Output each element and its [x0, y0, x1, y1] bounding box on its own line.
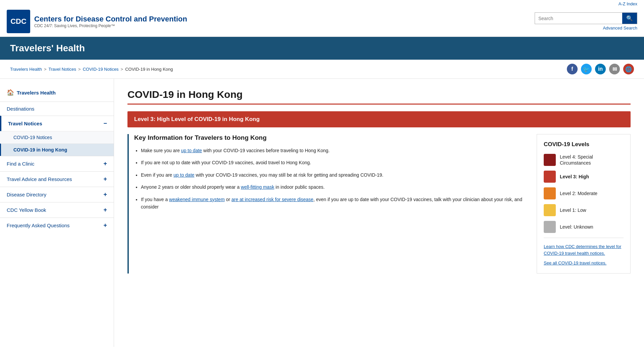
level-1-swatch: [544, 204, 556, 216]
search-area: 🔍 Advanced Search: [535, 12, 637, 31]
email-icon[interactable]: ✉: [609, 64, 620, 74]
site-banner: Travelers' Health: [0, 37, 644, 60]
level-row-2: Level 2: Moderate: [544, 187, 624, 199]
sidebar-item-travel-notices-container: Travel Notices − COVID-19 Notices COVID-…: [0, 116, 114, 156]
home-icon: 🏠: [7, 89, 14, 96]
up-to-date-link-1[interactable]: up to date: [181, 148, 202, 153]
level-unknown-swatch: [544, 221, 556, 233]
main-column: Key Information for Travelers to Hong Ko…: [127, 134, 527, 274]
org-name: Centers for Disease Control and Preventi…: [34, 15, 187, 23]
see-all-link[interactable]: See all COVID-19 travel notices.: [544, 260, 624, 266]
site-header: CDC Centers for Disease Control and Prev…: [0, 6, 644, 37]
breadcrumb-sep-3: >: [121, 67, 123, 72]
sidebar-travel-notices-label: Travel Notices: [8, 121, 42, 126]
alert-banner: Level 3: High Level of COVID-19 in Hong …: [127, 111, 631, 127]
sidebar-subitem-covid-notices[interactable]: COVID-19 Notices: [0, 131, 114, 143]
cdc-logo: CDC: [7, 10, 30, 33]
content-area: COVID-19 in Hong Kong Level 3: High Leve…: [114, 79, 644, 347]
breadcrumb-sep-1: >: [44, 67, 47, 72]
facebook-icon[interactable]: f: [567, 64, 578, 74]
level-unknown-label: Level: Unknown: [560, 224, 593, 230]
sidebar-item-travel-advice[interactable]: Travel Advice and Resources +: [0, 171, 114, 187]
sidebar-item-disease-directory[interactable]: Disease Directory +: [0, 187, 114, 202]
sidebar-home-label: Travelers Health: [17, 90, 56, 96]
level-3-label: Level 3: High: [560, 174, 589, 180]
sidebar-home-link[interactable]: 🏠 Travelers Health: [0, 85, 114, 102]
sidebar-item-travel-notices[interactable]: Travel Notices −: [0, 116, 114, 131]
risk-link[interactable]: are at increased risk for severe disease: [231, 197, 313, 202]
breadcrumb: Travelers Health > Travel Notices > COVI…: [10, 67, 173, 72]
learn-how-link[interactable]: Learn how CDC determines the level for C…: [544, 243, 624, 256]
breadcrumb-link-3[interactable]: COVID-19 Notices: [83, 67, 119, 72]
sidebar-faq-label: Frequently Asked Questions: [7, 223, 70, 228]
linkedin-icon[interactable]: in: [595, 64, 606, 74]
sidebar-travel-advice-label: Travel Advice and Resources: [7, 176, 72, 182]
sidebar-item-cdc-yellow-book[interactable]: CDC Yellow Book +: [0, 202, 114, 218]
level-4-label: Level 4: Special Circumstances: [560, 154, 624, 166]
covid-levels-sidebar: COVID-19 Levels Level 4: Special Circums…: [537, 134, 631, 274]
banner-title: Travelers' Health: [10, 43, 634, 54]
up-to-date-link-2[interactable]: up to date: [173, 172, 194, 178]
level-row-4: Level 4: Special Circumstances: [544, 154, 624, 166]
key-info-list: Make sure you are up to date with your C…: [134, 147, 527, 210]
key-info-title: Key Information for Travelers to Hong Ko…: [134, 134, 527, 141]
search-box: 🔍: [535, 12, 637, 24]
az-index-link[interactable]: A-Z Index: [619, 1, 637, 6]
org-info: Centers for Disease Control and Preventi…: [34, 15, 187, 28]
sidebar-item-find-clinic[interactable]: Find a Clinic +: [0, 156, 114, 171]
level-row-1: Level 1: Low: [544, 204, 624, 216]
immune-link[interactable]: weakened immune system: [169, 197, 225, 202]
mask-link[interactable]: well-fitting mask: [241, 184, 274, 190]
list-item: Anyone 2 years or older should properly …: [141, 183, 527, 191]
expand-icon-5: +: [103, 222, 107, 229]
cdc-logo-text: CDC: [10, 17, 26, 26]
levels-title: COVID-19 Levels: [544, 141, 624, 148]
sidebar: 🏠 Travelers Health Destinations Travel N…: [0, 79, 114, 347]
breadcrumb-current: COVID-19 in Hong Kong: [125, 67, 173, 72]
level-2-swatch: [544, 187, 556, 199]
expand-icon-3: +: [103, 191, 107, 198]
share-icon[interactable]: 🌐: [623, 64, 634, 74]
sidebar-yellow-book-label: CDC Yellow Book: [7, 207, 46, 213]
top-bar: A-Z Index: [0, 0, 644, 6]
two-col-layout: Key Information for Travelers to Hong Ko…: [127, 134, 631, 274]
expand-icon-4: +: [103, 206, 107, 214]
sidebar-destinations-label: Destinations: [7, 106, 35, 112]
expand-icon: +: [103, 160, 107, 167]
list-item: Make sure you are up to date with your C…: [141, 147, 527, 154]
breadcrumb-link-1[interactable]: Travelers Health: [10, 67, 42, 72]
level-1-label: Level 1: Low: [560, 207, 586, 213]
levels-divider: [544, 238, 624, 238]
sidebar-subitem-covid-hk[interactable]: COVID-19 in Hong Kong: [0, 143, 114, 156]
level-2-label: Level 2: Moderate: [560, 190, 597, 196]
breadcrumb-link-2[interactable]: Travel Notices: [48, 67, 76, 72]
sidebar-item-destinations[interactable]: Destinations: [0, 102, 114, 116]
level-row-unknown: Level: Unknown: [544, 221, 624, 233]
expand-icon-2: +: [103, 176, 107, 183]
sidebar-disease-directory-label: Disease Directory: [7, 192, 46, 197]
level-row-3: Level 3: High: [544, 171, 624, 183]
sidebar-item-faq[interactable]: Frequently Asked Questions +: [0, 218, 114, 233]
org-tagline: CDC 24/7: Saving Lives, Protecting Peopl…: [34, 23, 187, 28]
list-item: Even if you are up to date with your COV…: [141, 171, 527, 179]
logo-area: CDC Centers for Disease Control and Prev…: [7, 10, 187, 33]
main-wrapper: 🏠 Travelers Health Destinations Travel N…: [0, 79, 644, 347]
level-3-swatch: [544, 171, 556, 183]
social-icons: f 🐦 in ✉ 🌐: [567, 64, 634, 74]
list-item: If you are not up to date with your COVI…: [141, 159, 527, 166]
sidebar-travel-notices-subitems: COVID-19 Notices COVID-19 in Hong Kong: [0, 131, 114, 156]
breadcrumb-sep-2: >: [78, 67, 81, 72]
sidebar-find-clinic-label: Find a Clinic: [7, 161, 35, 167]
advanced-search-link[interactable]: Advanced Search: [603, 25, 637, 31]
page-title: COVID-19 in Hong Kong: [127, 89, 631, 105]
list-item: If you have a weakened immune system or …: [141, 196, 527, 211]
collapse-icon: −: [103, 120, 107, 127]
search-input[interactable]: [535, 13, 622, 23]
search-button[interactable]: 🔍: [622, 13, 637, 24]
level-4-swatch: [544, 154, 556, 166]
twitter-icon[interactable]: 🐦: [581, 64, 592, 74]
breadcrumb-bar: Travelers Health > Travel Notices > COVI…: [0, 60, 644, 79]
